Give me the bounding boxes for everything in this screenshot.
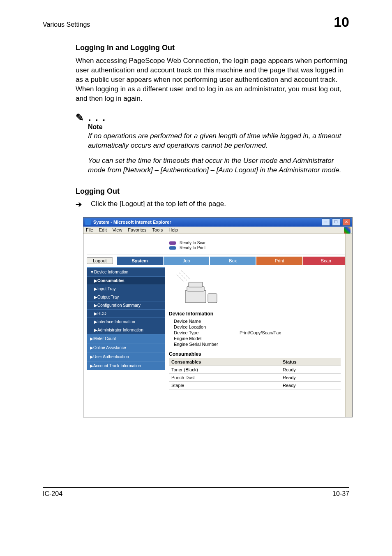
step-arrow-icon: ➔ [76, 200, 82, 209]
menu-edit[interactable]: Edit [99, 227, 107, 232]
svg-line-4 [176, 274, 184, 282]
consumable-name: Staple [169, 382, 280, 389]
window-title: System - Microsoft Internet Explorer [93, 220, 171, 225]
menu-view[interactable]: View [113, 227, 122, 232]
label-device-type: Device Type [174, 330, 240, 335]
svg-rect-2 [189, 282, 203, 287]
maximize-button[interactable]: ☐ [332, 218, 340, 226]
note-paragraph-1: If no operations are performed for a giv… [88, 132, 349, 151]
scan-status-text: Ready to Scan [180, 241, 207, 245]
consumable-name: Toner (Black) [169, 366, 280, 374]
sidebar-input-tray[interactable]: ▶Input Tray [87, 285, 165, 293]
sidebar-consumables[interactable]: ▶Consumables [87, 276, 165, 285]
device-illustration [173, 270, 341, 307]
label-engine-serial: Engine Serial Number [174, 342, 240, 347]
menu-tools[interactable]: Tools [152, 227, 163, 232]
menu-favorites[interactable]: Favorites [128, 227, 146, 232]
consumables-col-status: Status [280, 358, 341, 366]
chapter-number: 10 [334, 14, 349, 30]
print-status-icon [169, 246, 176, 250]
ie-icon [85, 219, 91, 225]
svg-line-5 [179, 272, 187, 280]
table-row: Punch Dust Ready [169, 374, 341, 382]
consumables-col-name: Consumables [169, 358, 280, 366]
sidebar: ▼Device Information ▶Consumables ▶Input … [87, 267, 165, 389]
window-titlebar: System - Microsoft Internet Explorer ─ ☐… [83, 218, 352, 227]
window-control-buttons: ─ ☐ ✕ [321, 218, 350, 226]
note-icon: ✎ . . . [76, 112, 349, 123]
svg-rect-3 [208, 294, 217, 303]
status-banner: Ready to Scan Ready to Print [87, 237, 349, 255]
sidebar-device-information[interactable]: ▼Device Information [87, 267, 165, 276]
table-row: Staple Ready [169, 382, 341, 389]
sidebar-meter-count[interactable]: ▶Meter Count [87, 334, 165, 343]
svg-line-6 [181, 271, 189, 279]
consumables-heading: Consumables [169, 351, 341, 358]
browser-window: System - Microsoft Internet Explorer ─ ☐… [83, 217, 353, 417]
browser-menubar: File Edit View Favorites Tools Help [83, 227, 352, 234]
menu-help[interactable]: Help [168, 227, 178, 232]
note-label: Note [88, 123, 349, 131]
tab-box[interactable]: Box [210, 257, 256, 265]
section-heading-logout: Logging Out [76, 187, 349, 196]
sidebar-administrator-information[interactable]: ▶Administrator Information [87, 326, 165, 334]
sidebar-account-track-information[interactable]: ▶Account Track Information [87, 361, 165, 370]
consumable-name: Punch Dust [169, 374, 280, 382]
logout-button[interactable]: Logout [87, 257, 113, 264]
tab-system[interactable]: System [117, 257, 163, 265]
print-status-text: Ready to Print [180, 246, 205, 250]
section-heading-login: Logging In and Logging Out [76, 44, 349, 52]
footer-left: IC-204 [43, 490, 62, 498]
sidebar-output-tray[interactable]: ▶Output Tray [87, 293, 165, 301]
consumable-status: Ready [280, 366, 341, 374]
scan-status-icon [169, 241, 176, 245]
svg-rect-0 [185, 290, 206, 303]
label-engine-model: Engine Model [174, 336, 240, 341]
main-panel: Device Information Device Name Device Lo… [169, 267, 349, 389]
device-information-heading: Device Information [169, 311, 341, 317]
tab-job[interactable]: Job [164, 257, 209, 265]
label-device-name: Device Name [174, 319, 240, 324]
minimize-button[interactable]: ─ [322, 218, 330, 226]
table-row: Toner (Black) Ready [169, 366, 341, 374]
note-paragraph-2: You can set the time for timeouts that o… [88, 156, 349, 175]
sidebar-hdd[interactable]: ▶HDD [87, 309, 165, 317]
value-device-type: Print/Copy/Scan/Fax [240, 330, 281, 335]
vertical-scrollbar[interactable] [345, 234, 352, 417]
tab-scan[interactable]: Scan [303, 257, 349, 265]
menu-file[interactable]: File [86, 227, 93, 232]
ie-throbber-icon [344, 227, 350, 234]
tab-print[interactable]: Print [256, 257, 302, 265]
consumable-status: Ready [280, 382, 341, 389]
sidebar-interface-information[interactable]: ▶Interface Information [87, 317, 165, 326]
running-header-left: Various Settings [43, 21, 90, 28]
sidebar-configuration-summary[interactable]: ▶Configuration Summary [87, 301, 165, 309]
consumables-table: Consumables Status Toner (Black) Ready P… [169, 358, 341, 389]
sidebar-online-assistance[interactable]: ▶Online Assistance [87, 343, 165, 352]
footer-right: 10-37 [332, 490, 349, 498]
consumable-status: Ready [280, 374, 341, 382]
step-text: Click the [Logout] at the top left of th… [91, 200, 226, 209]
section-login-paragraph: When accessing PageScope Web Connection,… [76, 56, 349, 104]
close-button[interactable]: ✕ [342, 218, 350, 226]
sidebar-user-authentication[interactable]: ▶User Authentication [87, 352, 165, 361]
label-device-location: Device Location [174, 324, 240, 329]
